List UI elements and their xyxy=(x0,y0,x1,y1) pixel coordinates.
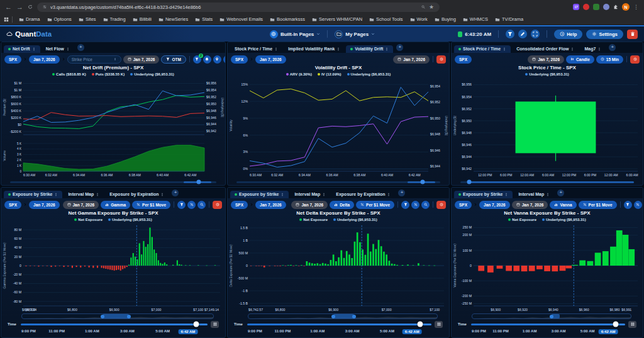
legend-item-net[interactable]: Net Exposure xyxy=(74,218,103,222)
filter-button[interactable] xyxy=(177,201,186,209)
otm-toggle[interactable]: OTM xyxy=(161,55,186,64)
scale-toggle-button[interactable] xyxy=(411,201,419,209)
tab-stock-price-time[interactable]: Stock Price / Time xyxy=(230,45,282,53)
bookmark-sites[interactable]: Sites xyxy=(75,15,99,23)
symbol-pill[interactable]: SPX xyxy=(4,201,21,209)
tab-menu-icon[interactable] xyxy=(322,193,326,196)
filter-button[interactable] xyxy=(624,201,632,209)
chart-canvas[interactable]: $6,956$6,954$6,952$6,950$6,948$6,946$6,9… xyxy=(452,77,643,179)
tab-menu-icon[interactable] xyxy=(387,193,391,196)
tab-menu-icon[interactable] xyxy=(280,193,284,196)
tab-implied-volatility-rank[interactable]: Implied Volatility Rank xyxy=(284,45,345,53)
brush-selection[interactable] xyxy=(333,314,354,318)
expiration-pill[interactable]: Jan 7, 2026 xyxy=(255,201,286,209)
scale-toggle-button[interactable] xyxy=(187,201,196,209)
bookmark-stats[interactable]: Stats xyxy=(192,15,216,23)
reload-button[interactable] xyxy=(28,4,33,11)
tab-menu-icon[interactable] xyxy=(160,193,164,196)
scrollbar-track[interactable] xyxy=(10,181,216,183)
extension-icon[interactable]: 17 xyxy=(573,4,579,10)
tab-menu-icon[interactable] xyxy=(336,47,340,51)
zoom-button[interactable] xyxy=(197,201,206,209)
auto-refresh-button[interactable] xyxy=(436,55,446,64)
scrollbar-knob[interactable] xyxy=(421,180,425,184)
legend-item-underlying[interactable]: Underlying ($6,953.31) xyxy=(130,72,174,76)
tab-menu-icon[interactable] xyxy=(597,47,601,51)
expiration-pill[interactable]: Jan 7, 2026 xyxy=(479,201,510,209)
symbol-pill[interactable]: SPX xyxy=(231,55,248,64)
chart-area[interactable]: 80 M60 M40 M20 M0-20 M-40 M-60 M-80 MGam… xyxy=(1,222,225,313)
legend-item-arv[interactable]: ARV (9.30%) xyxy=(286,72,312,76)
scale-toggle-button[interactable] xyxy=(634,201,642,209)
legend-item-iv[interactable]: IV (12.09%) xyxy=(318,72,341,76)
chart-area[interactable]: 1.5 B1 B500 M0-500 M-1 B-1.5 BDelta Expo… xyxy=(228,222,449,313)
range-brush[interactable] xyxy=(472,313,631,319)
chart-area[interactable]: 250 M200 M100 M0-100 M-200 M-250 MVanna … xyxy=(452,222,643,313)
brush-handle[interactable] xyxy=(331,315,335,318)
delete-page-button[interactable] xyxy=(627,30,638,39)
brush-handle[interactable] xyxy=(101,315,104,318)
interval-select[interactable]: 15 Min xyxy=(596,55,623,64)
tab-exposure-by-strike[interactable]: Exposure by Strike xyxy=(230,191,289,198)
tab-menu-icon[interactable] xyxy=(54,193,58,196)
strike-price-input[interactable]: Strike Price xyxy=(67,55,121,64)
help-button[interactable]: ?Help xyxy=(554,30,582,39)
time-slider-track[interactable] xyxy=(21,324,208,325)
extensions-puzzle-icon[interactable] xyxy=(613,4,618,9)
symbol-pill[interactable]: SPX xyxy=(4,55,21,64)
scrollbar-knob[interactable] xyxy=(197,180,201,184)
auto-refresh-button[interactable] xyxy=(630,55,640,64)
per-move-select[interactable]: Per $1 Move xyxy=(132,201,170,209)
tab-volatility-drift[interactable]: Volatility Drift xyxy=(346,45,393,53)
per-move-select[interactable]: Per $1 Move xyxy=(356,201,394,209)
chart-canvas[interactable]: 250 M200 M100 M0-100 M-200 M-250 MVanna … xyxy=(452,222,643,313)
brush-handle[interactable] xyxy=(352,315,356,318)
back-button[interactable]: ← xyxy=(5,4,12,11)
legend-item-net[interactable]: Net Exposure xyxy=(508,218,536,222)
range-brush[interactable] xyxy=(21,313,214,319)
tab-menu-icon[interactable] xyxy=(570,47,574,51)
brush-handle[interactable] xyxy=(550,315,553,318)
site-info-icon[interactable] xyxy=(43,5,47,9)
tab-net-flow[interactable]: Net Flow xyxy=(42,45,74,53)
expiration-pill[interactable]: Jan 7, 2026 xyxy=(29,201,60,209)
bookmark-school-tools[interactable]: School Tools xyxy=(366,15,406,23)
auto-refresh-button[interactable] xyxy=(436,201,446,209)
add-tab-button[interactable]: + xyxy=(396,44,403,51)
expiration-pill[interactable]: Jan 7, 2026 xyxy=(255,55,286,64)
filter-button[interactable] xyxy=(506,30,514,38)
slider-grid-button[interactable] xyxy=(211,321,219,328)
tab-exposure-by-strike[interactable]: Exposure by Strike xyxy=(4,191,62,198)
symbol-pill[interactable]: SPX xyxy=(455,55,472,64)
bookmark-drama[interactable]: Drama xyxy=(16,15,43,23)
fullscreen-button[interactable] xyxy=(531,30,540,38)
legend-item-underlying[interactable]: Underlying ($6,953.31) xyxy=(542,218,586,222)
symbol-pill[interactable]: SPX xyxy=(231,201,248,209)
bookmark-trading[interactable]: Trading xyxy=(100,15,129,23)
url-text[interactable]: v3.quantdata.us/page/custom/d74ba5f4-ef6… xyxy=(50,4,418,10)
tab-menu-icon[interactable] xyxy=(274,47,278,51)
chart-scrollbar[interactable] xyxy=(452,179,643,185)
chart-area[interactable]: 15%12%9%6%3%0%Volatility$6,954$6,952$6,9… xyxy=(228,77,449,179)
filter-button[interactable] xyxy=(401,201,409,209)
tab-interval-map[interactable]: Interval Map xyxy=(290,191,330,198)
bookmark-whmcs[interactable]: WHMCS xyxy=(460,15,491,23)
chart-canvas[interactable]: 15%12%9%6%3%0%Volatility$6,954$6,952$6,9… xyxy=(228,77,449,179)
zoom-page-icon[interactable] xyxy=(421,5,425,9)
tab-menu-icon[interactable] xyxy=(66,47,70,51)
legend-item-net[interactable]: Net Exposure xyxy=(299,218,328,222)
per-move-select[interactable]: Per $1 Move xyxy=(579,201,617,209)
tab-consolidated-order-flow[interactable]: Consolidated Order Flow xyxy=(512,45,579,53)
bookmark-work[interactable]: Work xyxy=(407,15,431,23)
chart-area[interactable]: $6,956$6,954$6,952$6,950$6,948$6,946$6,9… xyxy=(452,77,643,179)
chart-scrollbar[interactable] xyxy=(228,179,449,185)
chart-scrollbar[interactable] xyxy=(1,179,225,185)
symbol-pill[interactable]: SPX xyxy=(455,201,472,209)
tab-stock-price-time[interactable]: Stock Price / Time xyxy=(454,45,511,53)
tab-interval-map[interactable]: Interval Map xyxy=(64,191,104,198)
expiration-pill[interactable]: Jan 7, 2026 xyxy=(29,55,60,64)
tab-interval-map[interactable]: Interval Map xyxy=(514,191,554,198)
add-tab-button[interactable]: + xyxy=(77,44,84,51)
extension-icon[interactable] xyxy=(593,4,599,10)
scrollbar-knob[interactable] xyxy=(467,180,471,184)
